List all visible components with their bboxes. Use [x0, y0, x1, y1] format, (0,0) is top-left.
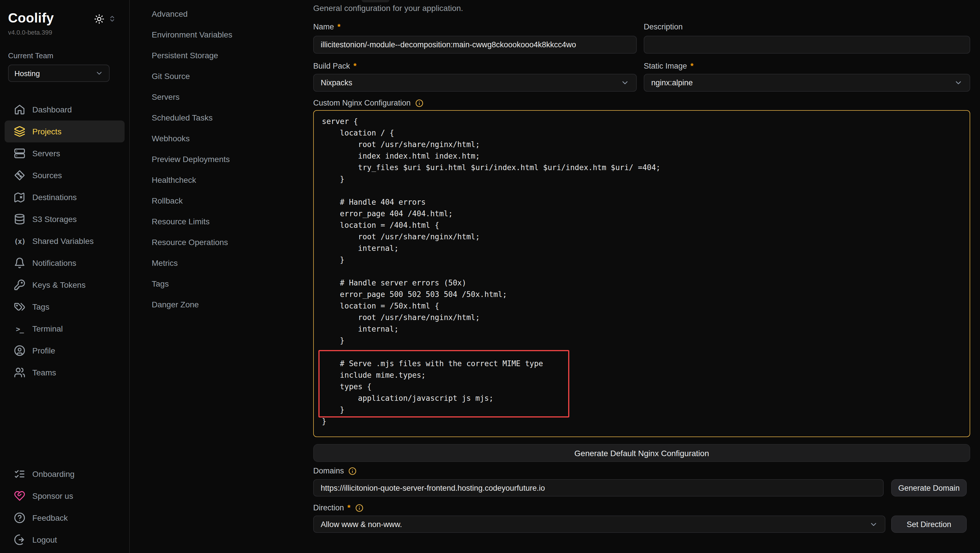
config-menu-git-source[interactable]: Git Source	[152, 66, 296, 86]
build-pack-label: Build Pack*	[313, 62, 356, 70]
build-pack-select[interactable]: Nixpacks	[313, 74, 637, 92]
sidebar-item-destinations[interactable]: Destinations	[5, 186, 124, 208]
user-circle-icon	[14, 345, 25, 356]
required-marker: *	[690, 62, 694, 70]
sidebar-item-label: Shared Variables	[32, 237, 94, 246]
sidebar-item-teams[interactable]: Teams	[5, 362, 124, 383]
direction-select[interactable]: Allow www & non-www.	[313, 515, 885, 533]
sidebar-item-onboarding[interactable]: Onboarding	[5, 463, 124, 485]
sidebar-item-shared-variables[interactable]: (x) Shared Variables	[5, 230, 124, 252]
info-icon[interactable]	[355, 504, 363, 512]
sidebar-item-label: Dashboard	[32, 105, 72, 114]
name-input[interactable]: illicitestonion/-module--decomposition:m…	[313, 36, 637, 54]
sidebar-item-terminal[interactable]: >_ Terminal	[5, 318, 124, 340]
generate-domain-button[interactable]: Generate Domain	[891, 479, 967, 496]
name-input-value: illicitestonion/-module--decomposition:m…	[321, 40, 576, 49]
sidebar-item-label: Keys & Tokens	[32, 280, 86, 289]
bell-icon	[14, 257, 25, 269]
sidebar-item-s3-storages[interactable]: S3 Storages	[5, 208, 124, 230]
sidebar-item-dashboard[interactable]: Dashboard	[5, 99, 124, 121]
config-menu-webhooks[interactable]: Webhooks	[152, 128, 296, 149]
set-direction-button[interactable]: Set Direction	[891, 515, 967, 533]
config-menu-scheduled-tasks[interactable]: Scheduled Tasks	[152, 107, 296, 128]
database-icon	[14, 213, 25, 225]
team-select[interactable]: Hosting	[8, 65, 110, 82]
checklist-icon	[14, 468, 25, 480]
sidebar-item-logout[interactable]: Logout	[5, 529, 124, 551]
map-icon	[14, 191, 25, 203]
users-icon	[14, 367, 25, 378]
sidebar-item-label: Terminal	[32, 324, 63, 333]
config-menu-resource-limits[interactable]: Resource Limits	[152, 211, 296, 232]
config-menu-servers[interactable]: Servers	[152, 86, 296, 107]
team-select-value: Hosting	[14, 69, 40, 78]
generate-default-nginx-config-button[interactable]: Generate Default Nginx Configuration	[313, 444, 970, 462]
sidebar-footer-nav: Onboarding Sponsor us Feedback Logout	[5, 463, 124, 551]
current-team-label: Current Team	[8, 51, 53, 60]
sidebar-item-sponsor-us[interactable]: Sponsor us	[5, 485, 124, 507]
sidebar-item-keys-tokens[interactable]: Keys & Tokens	[5, 274, 124, 296]
required-marker: *	[353, 62, 357, 70]
configuration-menu: Advanced Environment Variables Persisten…	[152, 3, 296, 315]
coolify-app: Coolify v4.0.0-beta.399 Current Team Hos…	[0, 0, 980, 553]
info-icon[interactable]	[415, 99, 423, 107]
app-version: v4.0.0-beta.399	[8, 29, 52, 36]
sidebar-item-profile[interactable]: Profile	[5, 340, 124, 362]
heart-handshake-icon	[14, 490, 25, 502]
sidebar-item-label: Destinations	[32, 192, 77, 202]
static-image-label: Static Image*	[644, 62, 694, 70]
static-image-value: nginx:alpine	[651, 78, 693, 87]
sidebar-item-feedback[interactable]: Feedback	[5, 507, 124, 529]
config-menu-resource-operations[interactable]: Resource Operations	[152, 232, 296, 253]
chevron-down-icon	[954, 78, 963, 87]
help-circle-icon	[14, 512, 25, 524]
nginx-config-textarea[interactable]: server { location / { root /usr/share/ng…	[313, 110, 970, 437]
sidebar-item-label: Sponsor us	[32, 491, 73, 501]
sidebar-item-label: Onboarding	[32, 469, 75, 478]
required-marker: *	[337, 22, 340, 31]
config-menu-healthcheck[interactable]: Healthcheck	[152, 170, 296, 190]
name-label: Name*	[313, 22, 340, 31]
sidebar-item-label: Feedback	[32, 513, 68, 523]
terminal-icon: >_	[14, 324, 25, 333]
sidebar-item-label: Logout	[32, 535, 57, 544]
config-menu-rollback[interactable]: Rollback	[152, 190, 296, 211]
sidebar-item-projects[interactable]: Projects	[5, 121, 124, 142]
key-icon	[14, 279, 25, 291]
static-image-select[interactable]: nginx:alpine	[644, 74, 970, 92]
version-updown-icon[interactable]	[108, 15, 116, 22]
sidebar: Coolify v4.0.0-beta.399 Current Team Hos…	[0, 0, 130, 553]
config-menu-persistent-storage[interactable]: Persistent Storage	[152, 45, 296, 66]
sidebar-item-notifications[interactable]: Notifications	[5, 252, 124, 274]
sidebar-item-sources[interactable]: Sources	[5, 164, 124, 186]
description-input[interactable]	[644, 36, 970, 54]
info-icon[interactable]	[349, 467, 357, 475]
braces-x-icon: (x)	[14, 237, 25, 245]
sidebar-item-label: Notifications	[32, 258, 76, 267]
config-menu-tags[interactable]: Tags	[152, 273, 296, 294]
tags-icon	[14, 301, 25, 313]
sidebar-nav: Dashboard Projects Servers Sources Desti…	[5, 99, 124, 383]
page-subtitle: General configuration for your applicati…	[313, 3, 463, 13]
chevron-down-icon	[869, 520, 878, 529]
sidebar-item-servers[interactable]: Servers	[5, 142, 124, 164]
nginx-config-label: Custom Nginx Configuration	[313, 99, 423, 107]
chevron-down-icon	[620, 78, 629, 87]
sidebar-item-label: Teams	[32, 368, 56, 377]
theme-toggle-sun-icon[interactable]	[94, 14, 104, 24]
direction-label: Direction*	[313, 504, 363, 512]
sidebar-item-label: Sources	[32, 171, 62, 180]
logout-icon	[14, 534, 25, 545]
sidebar-item-label: Projects	[32, 127, 61, 136]
sidebar-item-label: Tags	[32, 302, 49, 311]
config-menu-preview-deployments[interactable]: Preview Deployments	[152, 149, 296, 170]
domains-input[interactable]: https://illicitonion-quote-server-fronte…	[313, 479, 884, 496]
sidebar-item-tags[interactable]: Tags	[5, 296, 124, 318]
server-icon	[14, 148, 25, 159]
config-menu-danger-zone[interactable]: Danger Zone	[152, 294, 296, 315]
config-menu-metrics[interactable]: Metrics	[152, 253, 296, 273]
home-icon	[14, 104, 25, 115]
config-menu-environment-variables[interactable]: Environment Variables	[152, 24, 296, 45]
app-logo[interactable]: Coolify	[8, 10, 54, 26]
config-menu-advanced[interactable]: Advanced	[152, 3, 296, 24]
